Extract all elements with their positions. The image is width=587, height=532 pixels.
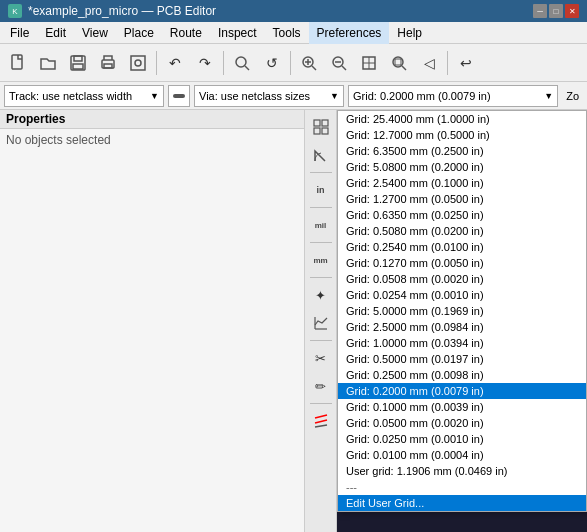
properties-content: No objects selected (0, 129, 304, 151)
menu-file[interactable]: File (2, 22, 37, 44)
gerber-button[interactable] (124, 49, 152, 77)
cut-rt-btn[interactable]: ✂ (308, 345, 334, 371)
grid-option[interactable]: Grid: 0.2540 mm (0.0100 in) (338, 239, 586, 255)
svg-line-17 (342, 66, 346, 70)
print-button[interactable] (94, 49, 122, 77)
grid-option[interactable]: Grid: 0.2000 mm (0.0079 in) (338, 383, 586, 399)
grid-option[interactable]: Grid: 0.0500 mm (0.0020 in) (338, 415, 586, 431)
route-icon-button[interactable] (168, 85, 190, 107)
redo-button[interactable]: ↷ (191, 49, 219, 77)
svg-text:K: K (12, 7, 18, 16)
separator-2 (223, 51, 224, 75)
via-chevron: ▼ (330, 91, 339, 101)
open-button[interactable] (34, 49, 62, 77)
svg-line-11 (245, 66, 249, 70)
canvas-area[interactable]: Grid: 25.4000 mm (1.0000 in)Grid: 12.700… (337, 110, 587, 532)
zoom-label: Zo (562, 90, 583, 102)
via-select[interactable]: Via: use netclass sizes ▼ (194, 85, 344, 107)
track-select[interactable]: Track: use netclass width ▼ (4, 85, 164, 107)
grid-dropdown[interactable]: Grid: 25.4000 mm (1.0000 in)Grid: 12.700… (337, 110, 587, 512)
grid-option[interactable]: Grid: 5.0000 mm (0.1969 in) (338, 303, 586, 319)
rt-sep-1 (310, 172, 332, 173)
grid-option[interactable]: Grid: 0.5000 mm (0.0197 in) (338, 351, 586, 367)
menu-view[interactable]: View (74, 22, 116, 44)
grid-option[interactable]: User grid: 1.1906 mm (0.0469 in) (338, 463, 586, 479)
svg-line-13 (312, 66, 316, 70)
grid-option[interactable]: Grid: 6.3500 mm (0.2500 in) (338, 143, 586, 159)
svg-rect-8 (131, 56, 145, 70)
track-label: Track: use netclass width (9, 90, 146, 102)
net-toolbar: Track: use netclass width ▼ Via: use net… (0, 82, 587, 110)
grid-option[interactable]: Grid: 0.1000 mm (0.0039 in) (338, 399, 586, 415)
back-button[interactable]: ↩ (452, 49, 480, 77)
main-toolbar: ↶ ↷ ↺ ◁ ↩ (0, 44, 587, 82)
units-mil-rt-btn[interactable]: mil (308, 212, 334, 238)
refresh-button[interactable]: ↺ (258, 49, 286, 77)
zoom-prev-button[interactable]: ◁ (415, 49, 443, 77)
svg-rect-27 (322, 120, 328, 126)
grid-option[interactable]: Grid: 25.4000 mm (1.0000 in) (338, 111, 586, 127)
minimize-btn[interactable]: ─ (533, 4, 547, 18)
grid-option[interactable]: Grid: 2.5000 mm (0.0984 in) (338, 319, 586, 335)
maximize-btn[interactable]: □ (549, 4, 563, 18)
svg-line-34 (315, 425, 327, 427)
star-rt-btn[interactable]: ✦ (308, 282, 334, 308)
rt-sep-2 (310, 207, 332, 208)
svg-rect-26 (314, 120, 320, 126)
units-mm-rt-btn[interactable]: mm (308, 247, 334, 273)
svg-rect-28 (314, 128, 320, 134)
grid-option[interactable]: Grid: 0.0508 mm (0.0020 in) (338, 271, 586, 287)
grid-option[interactable]: Grid: 1.0000 mm (0.0394 in) (338, 335, 586, 351)
svg-point-9 (135, 60, 141, 66)
new-button[interactable] (4, 49, 32, 77)
separator-1 (156, 51, 157, 75)
zoom-out-button[interactable] (325, 49, 353, 77)
properties-panel: Properties No objects selected (0, 110, 305, 532)
menu-place[interactable]: Place (116, 22, 162, 44)
svg-point-10 (236, 57, 246, 67)
menu-route[interactable]: Route (162, 22, 210, 44)
grid-option[interactable]: Grid: 1.2700 mm (0.0500 in) (338, 191, 586, 207)
grid-option[interactable]: Grid: 0.1270 mm (0.0050 in) (338, 255, 586, 271)
window-controls: ─ □ ✕ (533, 4, 579, 18)
grid-option[interactable]: Grid: 0.2500 mm (0.0098 in) (338, 367, 586, 383)
find-button[interactable] (228, 49, 256, 77)
menu-edit[interactable]: Edit (37, 22, 74, 44)
menu-tools[interactable]: Tools (265, 22, 309, 44)
grid-option[interactable]: Grid: 0.5080 mm (0.0200 in) (338, 223, 586, 239)
save-button[interactable] (64, 49, 92, 77)
grid-select[interactable]: Grid: 0.2000 mm (0.0079 in) ▼ (348, 85, 558, 107)
grid-rt-btn[interactable] (308, 114, 334, 140)
title-bar: K *example_pro_micro — PCB Editor ─ □ ✕ (0, 0, 587, 22)
undo-button[interactable]: ↶ (161, 49, 189, 77)
menu-help[interactable]: Help (389, 22, 430, 44)
zoom-fit-button[interactable] (355, 49, 383, 77)
pen-rt-btn[interactable]: ✏ (308, 373, 334, 399)
graph-rt-btn[interactable] (308, 310, 334, 336)
properties-header: Properties (0, 110, 304, 129)
app-icon: K (8, 4, 22, 18)
close-btn[interactable]: ✕ (565, 4, 579, 18)
grid-option[interactable]: Grid: 12.7000 mm (0.5000 in) (338, 127, 586, 143)
menu-preferences[interactable]: Preferences (309, 22, 390, 44)
lines-rt-btn[interactable] (308, 408, 334, 434)
svg-rect-5 (73, 64, 83, 69)
grid-option[interactable]: Grid: 0.0100 mm (0.0004 in) (338, 447, 586, 463)
rt-sep-3 (310, 242, 332, 243)
zoom-area-button[interactable] (385, 49, 413, 77)
angle-rt-btn[interactable] (308, 142, 334, 168)
svg-rect-25 (173, 94, 185, 98)
grid-option[interactable]: Grid: 5.0800 mm (0.2000 in) (338, 159, 586, 175)
units-in-rt-btn[interactable]: in (308, 177, 334, 203)
grid-option[interactable]: Grid: 0.0254 mm (0.0010 in) (338, 287, 586, 303)
grid-option[interactable]: Grid: 0.6350 mm (0.0250 in) (338, 207, 586, 223)
grid-option[interactable]: Grid: 0.0250 mm (0.0010 in) (338, 431, 586, 447)
rt-sep-4 (310, 277, 332, 278)
edit-user-grid-option[interactable]: Edit User Grid... (338, 495, 586, 511)
main-area: Properties No objects selected in mil mm… (0, 110, 587, 532)
menu-inspect[interactable]: Inspect (210, 22, 265, 44)
zoom-in-button[interactable] (295, 49, 323, 77)
svg-rect-7 (104, 64, 112, 68)
grid-select-container: Grid: 0.2000 mm (0.0079 in) ▼ (348, 85, 558, 107)
grid-option[interactable]: Grid: 2.5400 mm (0.1000 in) (338, 175, 586, 191)
